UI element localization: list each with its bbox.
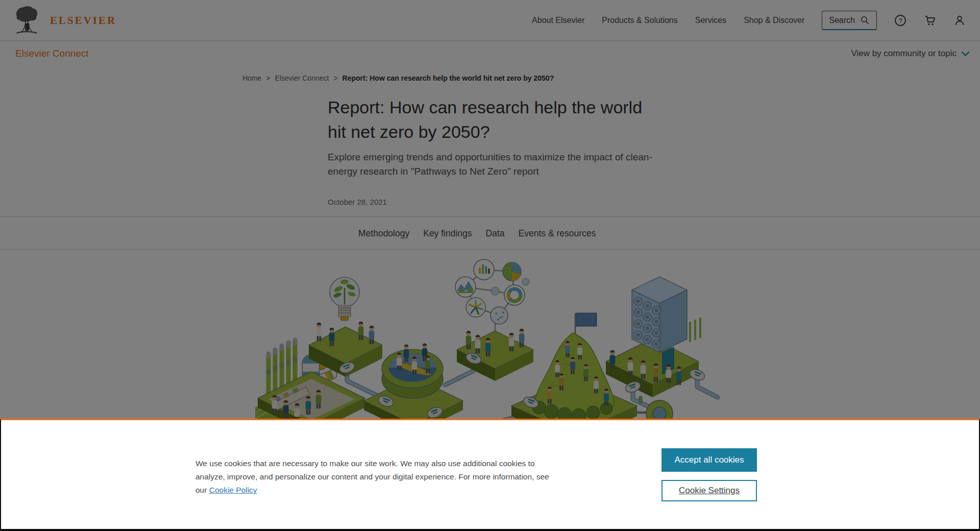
- cookie-policy-link[interactable]: Cookie Policy: [209, 486, 257, 494]
- cookie-consent-banner: We use cookies that are necessary to mak…: [0, 419, 980, 531]
- cookie-message: We use cookies that are necessary to mak…: [195, 457, 553, 497]
- cookie-settings-button[interactable]: Cookie Settings: [662, 480, 757, 501]
- cookie-buttons: Accept all cookies Cookie Settings: [662, 448, 757, 501]
- accept-all-cookies-button[interactable]: Accept all cookies: [662, 448, 757, 472]
